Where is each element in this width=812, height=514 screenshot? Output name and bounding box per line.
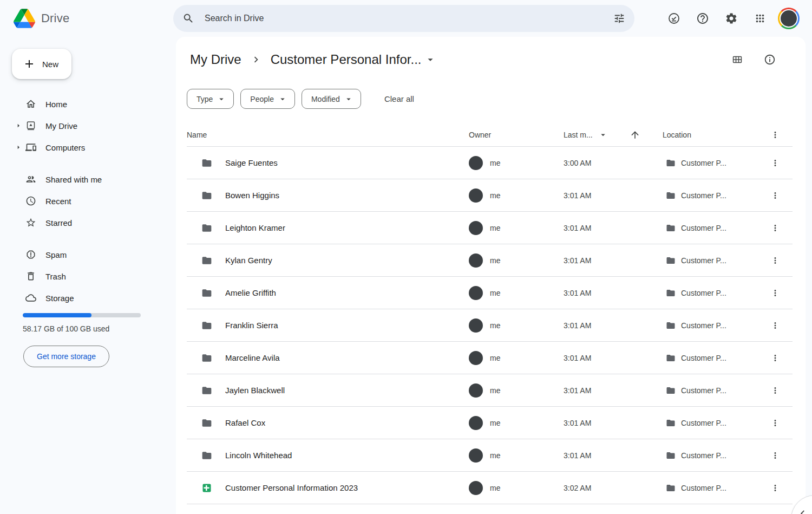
owner-label: me [490, 224, 500, 232]
breadcrumb-my-drive[interactable]: My Drive [187, 50, 245, 69]
location-chip[interactable]: Customer P... [663, 317, 730, 334]
sidebar-item-label: Trash [45, 272, 66, 281]
column-header-owner[interactable]: Owner [469, 131, 564, 139]
file-name: Franklin Sierra [225, 321, 278, 330]
sort-ascending-icon[interactable] [630, 129, 640, 140]
row-more-options-button[interactable] [765, 413, 785, 433]
filter-chip-people[interactable]: People [240, 89, 295, 109]
breadcrumb-current-folder[interactable]: Customer Personal Infor... [267, 50, 440, 69]
modified-time: 3:00 AM [564, 159, 591, 167]
modified-time: 3:01 AM [564, 451, 591, 460]
file-name: Saige Fuentes [225, 158, 278, 167]
owner-avatar [469, 481, 483, 495]
folder-icon [666, 223, 676, 233]
header-more-options-button[interactable] [765, 125, 785, 145]
sidebar-item-storage[interactable]: Storage [0, 287, 176, 309]
column-header-name[interactable]: Name [187, 131, 469, 139]
table-row[interactable]: Franklin Sierra me 3:01 AM Customer P... [187, 309, 793, 342]
clear-all-filters-button[interactable]: Clear all [378, 90, 421, 108]
more-vert-icon [770, 418, 780, 428]
table-row[interactable]: Saige Fuentes me 3:00 AM Customer P... [187, 147, 793, 179]
details-button[interactable] [759, 49, 781, 70]
folder-icon [666, 321, 676, 330]
row-more-options-button[interactable] [765, 218, 785, 238]
help-button[interactable] [692, 8, 713, 29]
table-row[interactable]: Leighton Kramer me 3:01 AM Customer P... [187, 212, 793, 244]
table-row[interactable]: Kylan Gentry me 3:01 AM Customer P... [187, 244, 793, 277]
owner-label: me [490, 386, 500, 395]
grid-view-icon [731, 54, 743, 66]
modified-time: 3:01 AM [564, 224, 591, 232]
get-more-storage-button[interactable]: Get more storage [23, 346, 109, 367]
google-apps-button[interactable] [749, 8, 771, 29]
row-more-options-button[interactable] [765, 348, 785, 368]
table-body: Saige Fuentes me 3:00 AM Customer P... [187, 147, 793, 504]
row-more-options-button[interactable] [765, 381, 785, 400]
location-chip[interactable]: Customer P... [663, 480, 730, 496]
sidebar-item-home[interactable]: Home [0, 93, 176, 115]
table-row[interactable]: Lincoln Whitehead me 3:01 AM Customer P.… [187, 439, 793, 472]
sidebar-item-starred[interactable]: Starred [0, 212, 176, 233]
table-row[interactable]: Marceline Avila me 3:01 AM Customer P... [187, 342, 793, 374]
search-options-button[interactable] [607, 6, 631, 30]
offline-status-button[interactable] [663, 8, 685, 29]
location-chip[interactable]: Customer P... [663, 350, 730, 366]
search-input[interactable] [200, 14, 607, 23]
sidebar-item-label: Home [45, 100, 67, 109]
row-more-options-button[interactable] [765, 283, 785, 303]
row-more-options-button[interactable] [765, 316, 785, 335]
filter-chip-type[interactable]: Type [187, 89, 234, 109]
location-chip[interactable]: Customer P... [663, 252, 730, 269]
row-more-options-button[interactable] [765, 186, 785, 205]
column-header-location[interactable]: Location [659, 131, 762, 139]
row-more-options-button[interactable] [765, 251, 785, 270]
modified-time: 3:01 AM [564, 386, 591, 395]
location-label: Customer P... [681, 256, 726, 265]
computers-icon [25, 142, 36, 153]
sidebar-item-recent[interactable]: Recent [0, 190, 176, 212]
table-row[interactable]: Customer Personal Information 2023 me 3:… [187, 472, 793, 504]
row-more-options-button[interactable] [765, 446, 785, 465]
table-row[interactable]: Bowen Higgins me 3:01 AM Customer P... [187, 179, 793, 212]
location-chip[interactable]: Customer P... [663, 187, 730, 204]
location-label: Customer P... [681, 289, 726, 297]
expand-arrow-icon[interactable] [14, 143, 23, 152]
location-label: Customer P... [681, 354, 726, 362]
location-chip[interactable]: Customer P... [663, 220, 730, 236]
location-chip[interactable]: Customer P... [663, 447, 730, 464]
plus-icon [23, 57, 36, 70]
row-more-options-button[interactable] [765, 153, 785, 173]
location-chip[interactable]: Customer P... [663, 382, 730, 399]
column-header-modified[interactable]: Last m... [564, 129, 659, 140]
table-row[interactable]: Amelie Griffith me 3:01 AM Customer P... [187, 277, 793, 309]
location-chip[interactable]: Customer P... [663, 285, 730, 301]
chevron-down-icon [217, 94, 226, 104]
table-row[interactable]: Jaylen Blackwell me 3:01 AM Customer P..… [187, 374, 793, 407]
chevron-right-icon [250, 54, 262, 66]
location-chip[interactable]: Customer P... [663, 155, 730, 171]
sidebar-item-spam[interactable]: Spam [0, 244, 176, 265]
filter-chip-modified[interactable]: Modified [302, 89, 361, 109]
sidebar-item-computers[interactable]: Computers [0, 136, 176, 158]
more-vert-icon [770, 353, 780, 363]
row-more-options-button[interactable] [765, 478, 785, 498]
file-name: Kylan Gentry [225, 256, 272, 265]
sidebar-item-shared-with-me[interactable]: Shared with me [0, 168, 176, 190]
table-row[interactable]: Rafael Cox me 3:01 AM Customer P... [187, 407, 793, 439]
sidebar-item-my-drive[interactable]: My Drive [0, 115, 176, 136]
sidebar-item-trash[interactable]: Trash [0, 265, 176, 287]
modified-time: 3:01 AM [564, 256, 591, 265]
grid-view-button[interactable] [726, 49, 748, 70]
search-button[interactable] [176, 6, 200, 30]
my-drive-icon [25, 120, 36, 131]
account-avatar[interactable] [778, 8, 800, 29]
sidebar-group: Home My Drive Computers [0, 93, 176, 158]
expand-arrow-icon[interactable] [14, 121, 23, 130]
search-bar[interactable] [173, 5, 634, 32]
folder-icon [666, 418, 676, 428]
settings-button[interactable] [721, 8, 742, 29]
drive-home-link[interactable]: Drive [14, 0, 69, 37]
new-button[interactable]: New [12, 49, 71, 79]
file-name: Leighton Kramer [225, 223, 285, 232]
location-chip[interactable]: Customer P... [663, 415, 730, 431]
